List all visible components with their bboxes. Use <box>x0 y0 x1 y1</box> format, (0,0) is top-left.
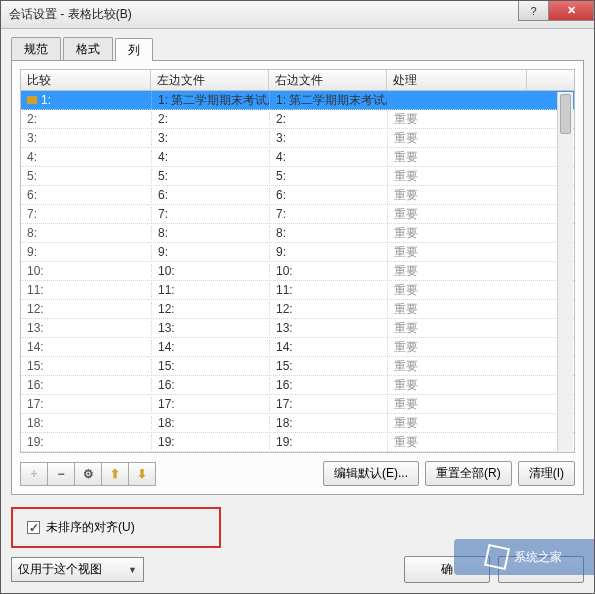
clear-button[interactable]: 清理(I) <box>518 461 575 486</box>
right-file-cell: 3: <box>269 131 387 145</box>
compare-cell: 7: <box>21 207 151 221</box>
remove-button[interactable]: − <box>47 462 75 486</box>
tab-columns[interactable]: 列 <box>115 38 153 61</box>
handling-cell: 重要 <box>387 149 527 166</box>
window-title: 会话设置 - 表格比较(B) <box>9 6 132 23</box>
grid-header: 比较 左边文件 右边文件 处理 <box>20 69 575 91</box>
row-index: 19: <box>27 435 44 449</box>
handling-cell: 重要 <box>387 206 527 223</box>
table-row[interactable]: 6:6:6:重要 <box>21 186 574 205</box>
gear-icon: ⚙ <box>83 467 94 481</box>
left-file-cell: 14: <box>151 340 269 354</box>
row-index: 16: <box>27 378 44 392</box>
row-index: 18: <box>27 416 44 430</box>
handling-cell: 重要 <box>387 130 527 147</box>
tab-panel: 比较 左边文件 右边文件 处理 1:1: 第二学期期末考试成1: 第二学期期末考… <box>11 61 584 495</box>
scope-dropdown-label: 仅用于这个视图 <box>18 561 102 578</box>
unsorted-align-option[interactable]: ✓ 未排序的对齐(U) <box>27 519 205 536</box>
close-button[interactable]: ✕ <box>548 1 594 21</box>
key-icon <box>27 96 37 104</box>
compare-cell: 15: <box>21 359 151 373</box>
compare-cell: 17: <box>21 397 151 411</box>
row-index: 10: <box>27 264 44 278</box>
left-file-cell: 1: 第二学期期末考试成 <box>151 92 269 109</box>
add-button[interactable]: + <box>20 462 48 486</box>
grid-body[interactable]: 1:1: 第二学期期末考试成1: 第二学期期末考试成2:2:2:重要3:3:3:… <box>20 91 575 453</box>
settings-button[interactable]: ⚙ <box>74 462 102 486</box>
table-row[interactable]: 7:7:7:重要 <box>21 205 574 224</box>
right-file-cell: 8: <box>269 226 387 240</box>
table-row[interactable]: 4:4:4:重要 <box>21 148 574 167</box>
help-button[interactable]: ? <box>518 1 548 21</box>
grid-toolbar: + − ⚙ ⬆ ⬇ 编辑默认(E)... 重置全部(R) 清理(I) <box>20 461 575 486</box>
table-row[interactable]: 5:5:5:重要 <box>21 167 574 186</box>
table-row[interactable]: 13:13:13:重要 <box>21 319 574 338</box>
left-file-cell: 7: <box>151 207 269 221</box>
header-handling[interactable]: 处理 <box>387 70 527 90</box>
right-file-cell: 5: <box>269 169 387 183</box>
header-compare[interactable]: 比较 <box>21 70 151 90</box>
dialog-window: 会话设置 - 表格比较(B) ? ✕ 规范 格式 列 比较 左边文件 右边文件 … <box>0 0 595 594</box>
left-file-cell: 18: <box>151 416 269 430</box>
handling-cell: 重要 <box>387 225 527 242</box>
left-file-cell: 11: <box>151 283 269 297</box>
right-file-cell: 13: <box>269 321 387 335</box>
vertical-scrollbar[interactable] <box>557 92 573 452</box>
compare-cell: 11: <box>21 283 151 297</box>
right-file-cell: 18: <box>269 416 387 430</box>
handling-cell: 重要 <box>387 358 527 375</box>
table-row[interactable]: 3:3:3:重要 <box>21 129 574 148</box>
table-row[interactable]: 8:8:8:重要 <box>21 224 574 243</box>
move-down-button[interactable]: ⬇ <box>128 462 156 486</box>
table-row[interactable]: 14:14:14:重要 <box>21 338 574 357</box>
move-up-button[interactable]: ⬆ <box>101 462 129 486</box>
table-row[interactable]: 19:19:19:重要 <box>21 433 574 452</box>
left-file-cell: 13: <box>151 321 269 335</box>
row-index: 11: <box>27 283 44 297</box>
row-index: 2: <box>27 112 37 126</box>
columns-grid: 比较 左边文件 右边文件 处理 1:1: 第二学期期末考试成1: 第二学期期末考… <box>20 69 575 453</box>
header-left-file[interactable]: 左边文件 <box>151 70 269 90</box>
right-file-cell: 16: <box>269 378 387 392</box>
handling-cell: 重要 <box>387 187 527 204</box>
scope-dropdown[interactable]: 仅用于这个视图 ▼ <box>11 557 144 582</box>
chevron-down-icon: ▼ <box>128 565 137 575</box>
table-row[interactable]: 16:16:16:重要 <box>21 376 574 395</box>
table-row[interactable]: 12:12:12:重要 <box>21 300 574 319</box>
check-icon: ✓ <box>29 521 39 535</box>
row-index: 3: <box>27 131 37 145</box>
compare-cell: 1: <box>21 93 151 107</box>
left-file-cell: 3: <box>151 131 269 145</box>
unsorted-align-checkbox[interactable]: ✓ <box>27 521 40 534</box>
table-row[interactable]: 2:2:2:重要 <box>21 110 574 129</box>
minus-icon: − <box>57 467 64 481</box>
left-file-cell: 6: <box>151 188 269 202</box>
left-file-cell: 9: <box>151 245 269 259</box>
unsorted-align-label: 未排序的对齐(U) <box>46 519 135 536</box>
tab-format[interactable]: 格式 <box>63 37 113 60</box>
row-index: 15: <box>27 359 44 373</box>
table-row[interactable]: 9:9:9:重要 <box>21 243 574 262</box>
right-file-cell: 19: <box>269 435 387 449</box>
table-row[interactable]: 15:15:15:重要 <box>21 357 574 376</box>
row-index: 9: <box>27 245 37 259</box>
table-row[interactable]: 1:1: 第二学期期末考试成1: 第二学期期末考试成 <box>21 91 574 110</box>
titlebar: 会话设置 - 表格比较(B) ? ✕ <box>1 1 594 29</box>
compare-cell: 8: <box>21 226 151 240</box>
reset-all-button[interactable]: 重置全部(R) <box>425 461 512 486</box>
tab-general[interactable]: 规范 <box>11 37 61 60</box>
table-row[interactable]: 18:18:18:重要 <box>21 414 574 433</box>
handling-cell: 重要 <box>387 111 527 128</box>
handling-cell: 重要 <box>387 301 527 318</box>
table-row[interactable]: 17:17:17:重要 <box>21 395 574 414</box>
edit-default-button[interactable]: 编辑默认(E)... <box>323 461 419 486</box>
scroll-thumb[interactable] <box>560 94 571 134</box>
left-file-cell: 19: <box>151 435 269 449</box>
table-row[interactable]: 10:10:10:重要 <box>21 262 574 281</box>
header-right-file[interactable]: 右边文件 <box>269 70 387 90</box>
plus-icon: + <box>30 467 37 481</box>
compare-cell: 9: <box>21 245 151 259</box>
table-row[interactable]: 11:11:11:重要 <box>21 281 574 300</box>
handling-cell: 重要 <box>387 377 527 394</box>
compare-cell: 5: <box>21 169 151 183</box>
